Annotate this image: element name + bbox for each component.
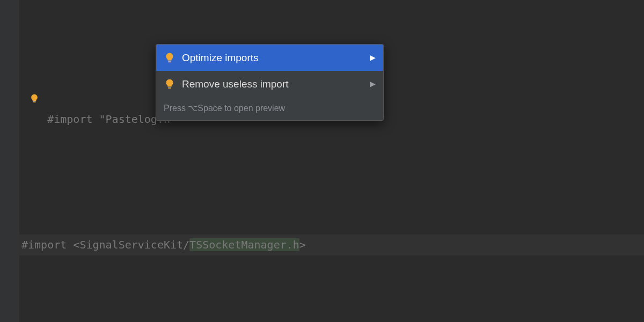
submenu-arrow-icon: ▶	[370, 50, 376, 65]
svg-rect-0	[33, 101, 36, 102]
editor-gutter	[0, 0, 19, 322]
popup-item-label: Optimize imports	[182, 48, 259, 68]
popup-item-optimize-imports[interactable]: Optimize imports ▶	[156, 45, 383, 71]
code-line-highlighted[interactable]: #import <SignalServiceKit/TSSocketManage…	[19, 235, 644, 255]
svg-rect-2	[168, 87, 171, 87]
svg-rect-1	[168, 61, 171, 61]
import-directive: #import	[47, 113, 92, 126]
lightbulb-icon	[164, 52, 175, 64]
lightbulb-icon	[164, 78, 175, 90]
intention-actions-popup[interactable]: Optimize imports ▶ Remove useless import…	[156, 44, 384, 121]
submenu-arrow-icon: ▶	[370, 77, 376, 91]
popup-hint: Press ⌥Space to open preview	[156, 97, 383, 120]
import-directive: #import	[21, 238, 67, 251]
highlighted-header: TSSocketManager.h	[189, 238, 299, 251]
popup-item-remove-useless-import[interactable]: Remove useless import ▶	[156, 71, 383, 97]
intention-bulb-icon[interactable]	[29, 93, 40, 104]
popup-item-label: Remove useless import	[182, 74, 289, 94]
